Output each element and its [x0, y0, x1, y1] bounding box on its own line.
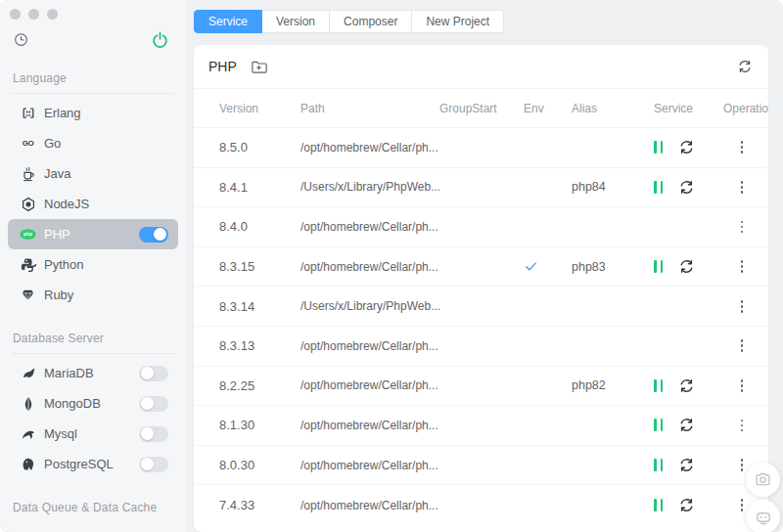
section-title: Language [0, 50, 186, 93]
add-folder-button[interactable] [249, 57, 269, 77]
service-cell [654, 457, 723, 473]
sidebar-item-label: PostgreSQL [44, 457, 139, 471]
sidebar-item-label: Python [44, 257, 168, 272]
pause-service-icon[interactable] [654, 419, 663, 431]
restart-service-icon[interactable] [678, 258, 695, 275]
php-icon: php [20, 226, 36, 243]
tab-service[interactable]: Service [194, 10, 262, 33]
table-row: 8.3.15/opt/homebrew/Cellar/ph...php83 [194, 247, 768, 288]
refresh-icon [737, 59, 753, 74]
table-row: 8.2.25/opt/homebrew/Cellar/ph...php82 [194, 367, 768, 407]
folder-plus-icon [251, 59, 267, 75]
section-title: Database Server [0, 310, 186, 353]
postgresql-toggle[interactable] [139, 457, 168, 472]
path-cell: /opt/homebrew/Cellar/ph... [300, 459, 439, 472]
version-cell: 8.4.1 [219, 180, 300, 195]
more-options-icon[interactable] [735, 218, 750, 237]
pause-service-icon[interactable] [654, 181, 663, 194]
sidebar-item-setup[interactable]: Setup [8, 522, 178, 532]
sidebar-item-mysql[interactable]: Mysql [8, 419, 178, 449]
sidebar-item-java[interactable]: Java [8, 158, 178, 189]
camera-icon [755, 471, 771, 488]
sidebar-item-nodejs[interactable]: NodeJS [8, 189, 178, 219]
operation-cell [723, 178, 760, 197]
pause-service-icon[interactable] [654, 499, 663, 511]
env-cell [524, 259, 572, 274]
pause-service-icon[interactable] [654, 379, 663, 392]
mysql-icon [20, 425, 36, 442]
sidebar-item-label: MongoDB [44, 396, 139, 411]
more-options-icon[interactable] [735, 336, 750, 355]
php-toggle[interactable] [139, 227, 168, 243]
traffic-light-close[interactable] [10, 9, 21, 20]
table-row: 8.3.13/opt/homebrew/Cellar/ph... [194, 327, 768, 367]
sidebar-item-mongodb[interactable]: MongoDB [8, 388, 178, 419]
postgresql-icon [20, 456, 36, 472]
more-options-icon[interactable] [735, 417, 750, 435]
sidebar-item-label: MariaDB [44, 366, 139, 380]
restart-service-icon[interactable] [678, 179, 695, 196]
assistant-button[interactable] [746, 500, 780, 532]
alias-cell: php82 [572, 378, 654, 392]
more-options-icon[interactable] [735, 138, 750, 156]
pause-service-icon[interactable] [654, 141, 663, 154]
refresh-list-button[interactable] [735, 57, 755, 76]
more-options-icon[interactable] [735, 257, 750, 276]
sidebar-item-ruby[interactable]: Ruby [8, 280, 178, 310]
path-cell: /opt/homebrew/Cellar/ph... [300, 339, 439, 353]
restart-service-icon[interactable] [678, 457, 695, 473]
sidebar: LanguageErlangGOGoJavaNodeJSphpPHPPython… [0, 0, 186, 532]
tab-new-project[interactable]: New Project [412, 10, 504, 33]
sidebar-item-mariadb[interactable]: MariaDB [8, 358, 178, 388]
service-cell [654, 258, 723, 275]
operation-cell [723, 377, 760, 395]
tab-version[interactable]: Version [262, 10, 330, 33]
operation-cell [723, 257, 760, 276]
mongodb-toggle[interactable] [139, 396, 168, 412]
power-button[interactable] [150, 29, 170, 50]
sidebar-item-go[interactable]: GOGo [8, 128, 178, 158]
main-area: ServiceVersionComposerNew Project PHP Ve… [186, 0, 783, 532]
operation-cell [723, 336, 760, 355]
tab-bar: ServiceVersionComposerNew Project [194, 10, 768, 33]
mysql-toggle[interactable] [139, 426, 168, 442]
restart-service-icon[interactable] [678, 139, 695, 155]
ruby-icon [20, 287, 36, 303]
operation-cell [723, 218, 760, 237]
check-icon [524, 259, 538, 274]
version-cell: 7.4.33 [219, 498, 300, 512]
pause-service-icon[interactable] [654, 260, 663, 273]
service-cell [654, 417, 723, 433]
sidebar-item-erlang[interactable]: Erlang [8, 98, 178, 128]
java-icon [20, 165, 36, 182]
column-header-service: Service [654, 102, 723, 115]
tab-composer[interactable]: Composer [330, 10, 412, 33]
restart-service-icon[interactable] [678, 377, 695, 394]
sidebar-nav: LanguageErlangGOGoJavaNodeJSphpPHPPython… [0, 50, 186, 532]
more-options-icon[interactable] [735, 178, 750, 197]
version-cell: 8.3.15 [219, 259, 300, 274]
mariadb-toggle[interactable] [139, 366, 168, 381]
restart-service-icon[interactable] [678, 497, 695, 513]
screenshot-button[interactable] [746, 463, 780, 497]
path-cell: /Users/x/Library/PhpWeb... [300, 180, 439, 194]
power-icon [152, 31, 168, 48]
column-header-path: Path [300, 102, 439, 115]
go-icon: GO [20, 135, 36, 152]
traffic-light-zoom[interactable] [47, 9, 58, 20]
column-header-env: Env [524, 102, 572, 115]
erlang-icon [20, 105, 36, 121]
restart-service-icon[interactable] [678, 417, 695, 433]
more-options-icon[interactable] [735, 377, 750, 395]
clock-icon [14, 32, 28, 47]
history-button[interactable] [12, 30, 30, 49]
mariadb-icon [20, 365, 36, 381]
sidebar-item-postgresql[interactable]: PostgreSQL [8, 449, 178, 479]
traffic-light-minimize[interactable] [28, 9, 39, 20]
section-divider [12, 353, 174, 354]
pause-service-icon[interactable] [654, 459, 663, 471]
traffic-lights [0, 0, 186, 20]
sidebar-item-python[interactable]: Python [8, 249, 178, 280]
more-options-icon[interactable] [735, 297, 750, 316]
sidebar-item-php[interactable]: phpPHP [8, 219, 178, 249]
